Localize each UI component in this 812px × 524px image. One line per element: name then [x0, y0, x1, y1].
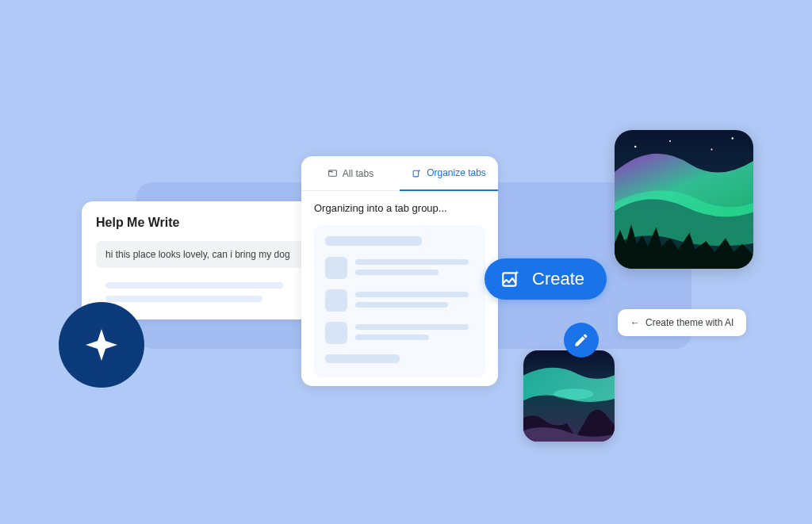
organize-body: Organizing into a tab group...	[301, 191, 498, 377]
organize-tabs-tabbar: All tabs Organize tabs	[301, 156, 498, 191]
tab-organize-label: Organize tabs	[427, 167, 486, 178]
placeholder-line	[105, 296, 262, 302]
aurora-image-large	[615, 130, 753, 269]
svg-rect-1	[413, 170, 419, 177]
arrow-left-icon: ←	[630, 317, 640, 328]
organize-tabs-card: All tabs Organize tabs Organizing into a…	[301, 156, 498, 386]
aurora-illustration	[615, 130, 753, 269]
tab-all-tabs[interactable]: All tabs	[301, 156, 400, 190]
aurora-illustration	[523, 350, 615, 442]
organize-group-preview	[314, 225, 485, 377]
edit-button[interactable]	[564, 323, 599, 358]
tab-organize-tabs[interactable]: Organize tabs	[400, 156, 498, 191]
placeholder-line	[355, 270, 439, 275]
tab-all-label: All tabs	[343, 168, 373, 179]
pencil-icon	[573, 332, 589, 348]
svg-point-4	[634, 146, 636, 147]
placeholder-line	[355, 259, 469, 265]
organize-status-text: Organizing into a tab group...	[314, 202, 485, 214]
help-me-write-input[interactable]: hi this place looks lovely, can i bring …	[96, 241, 305, 268]
favicon-placeholder	[325, 322, 347, 344]
svg-point-5	[669, 140, 671, 142]
placeholder-line	[355, 335, 429, 340]
image-sparkle-icon	[500, 269, 521, 289]
favicon-placeholder	[325, 257, 347, 279]
placeholder-line	[355, 292, 469, 297]
svg-point-6	[710, 148, 712, 150]
list-item	[325, 322, 474, 345]
tab-icon	[327, 168, 338, 178]
aurora-image-small	[523, 350, 615, 442]
create-theme-label: Create theme with AI	[645, 317, 733, 328]
list-item	[325, 257, 474, 280]
placeholder-line	[325, 354, 400, 363]
list-item	[325, 289, 474, 312]
svg-point-9	[553, 388, 594, 400]
placeholder-line	[325, 236, 422, 246]
ai-star-badge	[59, 302, 144, 388]
sparkle-star-icon	[82, 326, 121, 364]
svg-point-7	[732, 137, 733, 139]
placeholder-line	[355, 324, 469, 330]
sparkle-icon	[412, 168, 422, 178]
help-me-write-card: Help Me Write hi this place looks lovely…	[82, 201, 320, 319]
create-theme-chip[interactable]: ← Create theme with AI	[618, 309, 746, 336]
create-button-label: Create	[532, 269, 584, 289]
favicon-placeholder	[325, 289, 347, 312]
placeholder-line	[355, 302, 448, 308]
placeholder-line	[105, 282, 283, 289]
help-me-write-title: Help Me Write	[96, 216, 305, 230]
create-button[interactable]: Create	[485, 258, 607, 300]
